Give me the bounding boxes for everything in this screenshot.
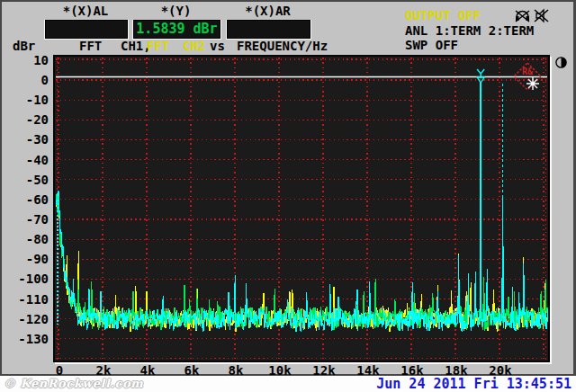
y-tick-label: -130 xyxy=(2,332,49,346)
watermark: © KenRockwell.com xyxy=(4,377,143,390)
xar-value xyxy=(228,21,310,38)
y-tick-label: -10 xyxy=(2,93,49,107)
y-tick-label: -100 xyxy=(2,272,49,286)
bottom-bar: © KenRockwell.com Jun 24 2011 Fri 13:45:… xyxy=(0,376,576,392)
x-axis-label: FREQUENCY/Hz xyxy=(237,40,328,53)
cursor-marker-triangle-icon xyxy=(477,77,484,83)
y-tick-label: -70 xyxy=(2,212,49,227)
y-tick-label: -120 xyxy=(2,312,49,326)
xal-value xyxy=(46,21,127,38)
datetime: Jun 24 2011 Fri 13:45:51 xyxy=(376,376,572,392)
field-label-xal: *(X)AL xyxy=(45,4,126,18)
y-value: 1.5839 dBr xyxy=(134,21,220,38)
contrast-icon xyxy=(554,56,568,69)
xar-value-field[interactable] xyxy=(227,20,310,39)
y-tick-label: -90 xyxy=(2,252,49,266)
ch2-label: CH2 xyxy=(183,40,205,53)
y-tick-label: -80 xyxy=(2,232,49,246)
y-tick-label: -40 xyxy=(2,153,49,167)
y-tick-label: 0 xyxy=(2,73,49,87)
cursor-marker-icon xyxy=(477,69,484,76)
asterisk-marker-icon xyxy=(526,77,539,90)
vs-label: vs xyxy=(210,40,225,53)
ch1-fft-label: FFT xyxy=(79,40,102,53)
ch2-fft-label: FFT xyxy=(147,40,169,53)
fft-plot: R& xyxy=(55,57,548,361)
y-axis-unit: dBr xyxy=(13,40,35,53)
field-label-xar: *(X)AR xyxy=(227,4,309,18)
y-tick-label: 10 xyxy=(2,53,49,67)
analyzer-status: ANL 1:TERM 2:TERM xyxy=(405,24,534,38)
output-status: OUTPUT OFF xyxy=(405,9,481,22)
y-tick-label: -60 xyxy=(2,192,49,207)
rs-logo-text: R& xyxy=(522,67,534,76)
field-label-y: *(Y) xyxy=(133,4,219,18)
xal-value-field[interactable] xyxy=(45,20,128,39)
analyzer-screen: *(X)AL *(Y) *(X)AR 1.5839 dBr OUTPUT OFF… xyxy=(0,0,576,392)
y-value-field[interactable]: 1.5839 dBr xyxy=(133,20,220,39)
y-tick-label: -30 xyxy=(2,132,49,147)
muted-headphones-icon xyxy=(514,8,531,23)
y-tick-label: -50 xyxy=(2,173,49,187)
y-tick-label: -20 xyxy=(2,112,49,127)
muted-speaker-icon xyxy=(533,8,550,23)
sweep-status: SWP OFF xyxy=(405,39,458,52)
window-edge-top xyxy=(0,0,576,2)
trace-fft-ch2 xyxy=(56,82,548,332)
y-tick-label: -110 xyxy=(2,292,49,307)
fft-plot-panel[interactable]: R& xyxy=(53,55,550,362)
